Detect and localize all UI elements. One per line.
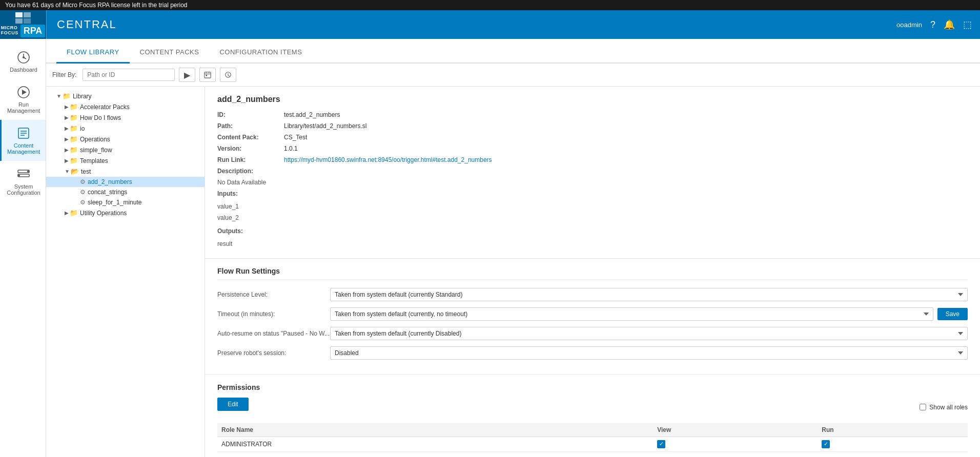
timeout-row: Timeout (in minutes): Taken from system … [217, 307, 968, 321]
dashboard-label: Dashboard [10, 67, 37, 73]
show-all-roles-checkbox[interactable] [920, 404, 926, 410]
username-label: ooadmin [896, 21, 922, 29]
tree-item-io[interactable]: ▶ 📁 io [46, 123, 205, 134]
permissions-section: Permissions Edit Show all roles Role Nam… [205, 375, 980, 457]
run-link-value[interactable]: https://myd-hvm01860.swinfra.net:8945/oo… [284, 156, 968, 163]
tree-item-simple-flow[interactable]: ▶ 📁 simple_flow [46, 144, 205, 155]
description-value: No Data Available [217, 179, 968, 186]
logout-icon[interactable]: ⬚ [963, 19, 972, 30]
folder-icon: 📁 [70, 124, 78, 132]
view-checkbox-checked: ✓ [657, 440, 665, 448]
library-panel: ▼ 📁 Library ▶ 📁 Accelerator Packs ▶ 📁 Ho… [46, 87, 980, 457]
preserve-robot-select[interactable]: Disabled [330, 346, 968, 360]
tree-label-templates: Templates [80, 157, 108, 164]
show-all-row: Show all roles [920, 404, 968, 411]
chevron-icon: ▶ [65, 147, 69, 153]
filter-input[interactable] [83, 69, 175, 81]
col-role-name: Role Name [217, 423, 653, 437]
svg-point-5 [23, 56, 25, 58]
tree-item-utility-operations[interactable]: ▶ 📁 Utility Operations [46, 207, 205, 218]
tree-label-sleep-for-1-minute: sleep_for_1_minute [88, 199, 141, 206]
folder-icon: 📁 [70, 146, 78, 154]
tree-label-concat-strings: concat_strings [88, 189, 127, 196]
tree-item-concat-strings[interactable]: ⚙ concat_strings [46, 187, 205, 197]
folder-icon: 📁 [70, 209, 78, 217]
tab-content-packs[interactable]: CONTENT PACKS [130, 42, 210, 64]
tree-item-sleep-for-1-minute[interactable]: ⚙ sleep_for_1_minute [46, 197, 205, 207]
notification-bar: You have 61 days of Micro Focus RPA lice… [0, 0, 980, 10]
tab-configuration-items[interactable]: CONFIGURATION ITEMS [209, 42, 312, 64]
tree-item-test[interactable]: ▼ 📂 test [46, 166, 205, 177]
tree-label-io: io [80, 125, 85, 132]
run-button[interactable]: ▶ [179, 68, 195, 82]
schedule-button[interactable] [199, 68, 216, 82]
history-button[interactable] [220, 68, 236, 82]
view-cell: ✓ [653, 437, 818, 451]
version-value: 1.0.1 [284, 145, 968, 152]
outputs-label: Outputs: [217, 227, 284, 235]
svg-rect-1 [24, 12, 31, 17]
id-value: test.add_2_numbers [284, 111, 968, 118]
col-view: View [653, 423, 818, 437]
tree-item-operations[interactable]: ▶ 📁 Operations [46, 134, 205, 144]
help-icon[interactable]: ? [930, 19, 935, 30]
sidebar-item-content-management[interactable]: Content Management [0, 120, 46, 161]
tree-label-how-do-i: How Do I flows [80, 114, 121, 121]
tab-flow-library[interactable]: FLOW LIBRARY [56, 42, 130, 64]
toolbar: Filter By: ▶ [46, 64, 980, 87]
sidebar-item-run-management[interactable]: Run Management [0, 79, 46, 120]
chevron-icon: ▼ [65, 169, 70, 174]
auto-resume-select[interactable]: Taken from system default (currently Dis… [330, 327, 968, 340]
inputs-label: Inputs: [217, 190, 284, 197]
detail-main-section: add_2_numbers ID: test.add_2_numbers Pat… [205, 87, 980, 259]
notifications-icon[interactable]: 🔔 [944, 19, 955, 30]
content-area: FLOW LIBRARY CONTENT PACKS CONFIGURATION… [46, 39, 980, 457]
detail-row-description: Description: [217, 168, 968, 175]
description-label: Description: [217, 168, 284, 175]
timeout-select[interactable]: Taken from system default (currently, no… [330, 307, 933, 321]
svg-point-10 [27, 171, 29, 173]
role-name-cell: ADMINISTRATOR [217, 437, 653, 451]
flow-icon: ⚙ [80, 199, 86, 206]
system-config-icon [16, 167, 31, 181]
chevron-icon: ▶ [65, 158, 69, 163]
sidebar-item-dashboard[interactable]: Dashboard [0, 44, 46, 79]
permissions-title: Permissions [217, 383, 968, 391]
input-value-2: value_2 [217, 213, 968, 224]
persistence-select[interactable]: Taken from system default (currently Sta… [330, 288, 968, 301]
run-link-label: Run Link: [217, 156, 284, 163]
inputs-values: value_1 value_2 [217, 201, 968, 223]
svg-rect-0 [15, 12, 23, 17]
chevron-icon: ▶ [65, 115, 69, 120]
run-management-icon [16, 85, 31, 99]
tree-item-add-2-numbers[interactable]: ⚙ add_2_numbers [46, 177, 205, 187]
microfocus-logo-icon [15, 12, 31, 24]
tree-item-templates[interactable]: ▶ 📁 Templates [46, 155, 205, 166]
tree-label-accelerator-packs: Accelerator Packs [80, 103, 130, 111]
sidebar-item-system-configuration[interactable]: System Configuration [0, 161, 46, 202]
tree-label-simple-flow: simple_flow [80, 147, 112, 154]
output-value-1: result [217, 239, 968, 250]
edit-button[interactable]: Edit [217, 398, 249, 411]
micro-focus-label: MICROFOCUS [1, 26, 18, 36]
flow-run-settings-title: Flow Run Settings [217, 267, 968, 280]
tree-label-library: Library [73, 93, 92, 100]
system-configuration-label: System Configuration [4, 183, 43, 196]
header-logo: MICROFOCUS RPA [0, 10, 46, 39]
input-value-1: value_1 [217, 201, 968, 213]
outputs-values: result [217, 239, 968, 250]
tree-item-library[interactable]: ▼ 📁 Library [46, 91, 205, 101]
run-checkbox-checked: ✓ [822, 440, 830, 448]
save-button[interactable]: Save [937, 308, 968, 320]
notification-text: You have 61 days of Micro Focus RPA lice… [5, 2, 188, 9]
detail-row-content-pack: Content Pack: CS_Test [217, 134, 968, 141]
preserve-robot-row: Preserve robot's session: Disabled [217, 346, 968, 360]
chevron-icon: ▶ [65, 104, 69, 110]
tree-item-how-do-i-flows[interactable]: ▶ 📁 How Do I flows [46, 112, 205, 123]
tree-label-test: test [81, 168, 91, 175]
flow-icon: ⚙ [80, 178, 86, 185]
table-header-row: Role Name View Run [217, 423, 968, 437]
tab-bar: FLOW LIBRARY CONTENT PACKS CONFIGURATION… [46, 39, 980, 64]
tree-item-accelerator-packs[interactable]: ▶ 📁 Accelerator Packs [46, 101, 205, 112]
svg-rect-2 [15, 18, 23, 24]
